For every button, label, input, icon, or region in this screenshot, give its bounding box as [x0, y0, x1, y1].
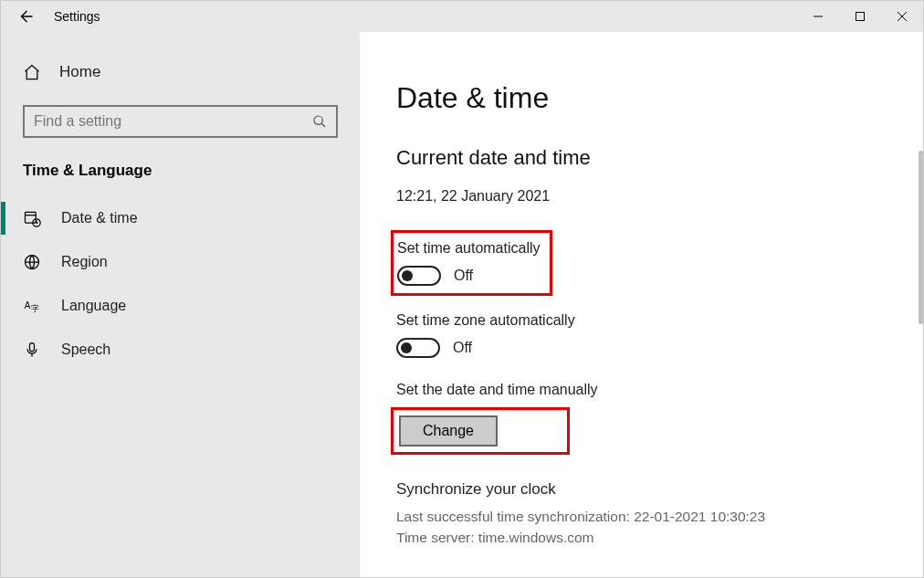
globe-icon	[23, 253, 41, 271]
svg-rect-6	[26, 212, 37, 223]
sidebar-category: Time & Language	[1, 138, 360, 196]
svg-rect-1	[856, 13, 865, 21]
highlight-auto-time: Set time automatically Off	[391, 230, 552, 296]
section-current-title: Current date and time	[396, 146, 887, 170]
search-box[interactable]	[23, 105, 338, 138]
svg-rect-12	[30, 343, 35, 352]
microphone-icon	[23, 341, 41, 359]
main-content: Date & time Current date and time 12:21,…	[360, 32, 923, 577]
sidebar-item-language[interactable]: A字 Language	[1, 284, 360, 328]
svg-line-5	[321, 123, 325, 127]
calendar-clock-icon	[23, 209, 41, 227]
sync-header: Synchronize your clock	[396, 480, 887, 499]
scrollbar[interactable]	[919, 151, 923, 324]
titlebar: Settings	[1, 1, 923, 32]
sync-server: Time server: time.windows.com	[396, 527, 887, 548]
search-input[interactable]	[34, 113, 303, 130]
language-icon: A字	[23, 297, 41, 315]
window-title: Settings	[54, 9, 100, 24]
highlight-change: Change	[391, 407, 570, 455]
auto-tz-label: Set time zone automatically	[396, 312, 887, 329]
sidebar-home[interactable]: Home	[1, 52, 360, 92]
change-button[interactable]: Change	[399, 415, 498, 447]
sidebar-home-label: Home	[59, 63, 100, 81]
page-title: Date & time	[396, 81, 887, 115]
sidebar-item-label: Speech	[61, 342, 110, 358]
auto-tz-state: Off	[453, 340, 472, 356]
sidebar-item-region[interactable]: Region	[1, 240, 360, 284]
sidebar-item-speech[interactable]: Speech	[1, 328, 360, 372]
svg-text:字: 字	[31, 304, 39, 313]
svg-text:A: A	[25, 300, 31, 310]
back-icon[interactable]	[17, 8, 34, 25]
manual-label: Set the date and time manually	[396, 382, 887, 398]
home-icon	[23, 63, 41, 81]
svg-point-4	[314, 116, 322, 124]
auto-tz-toggle[interactable]	[396, 338, 440, 358]
close-button[interactable]	[881, 1, 923, 32]
sidebar-item-label: Language	[61, 298, 126, 314]
sidebar-item-label: Date & time	[61, 210, 138, 226]
auto-time-toggle[interactable]	[397, 266, 441, 286]
sidebar: Home Time & Language Date & time	[1, 32, 360, 577]
auto-time-label: Set time automatically	[397, 240, 541, 257]
sidebar-item-date-time[interactable]: Date & time	[1, 196, 360, 240]
sidebar-item-label: Region	[61, 254, 108, 270]
search-icon	[312, 114, 327, 129]
maximize-button[interactable]	[839, 1, 881, 32]
current-datetime: 12:21, 22 January 2021	[396, 188, 887, 205]
minimize-button[interactable]	[797, 1, 839, 32]
auto-time-state: Off	[454, 268, 473, 284]
sync-last: Last successful time synchronization: 22…	[396, 506, 887, 527]
